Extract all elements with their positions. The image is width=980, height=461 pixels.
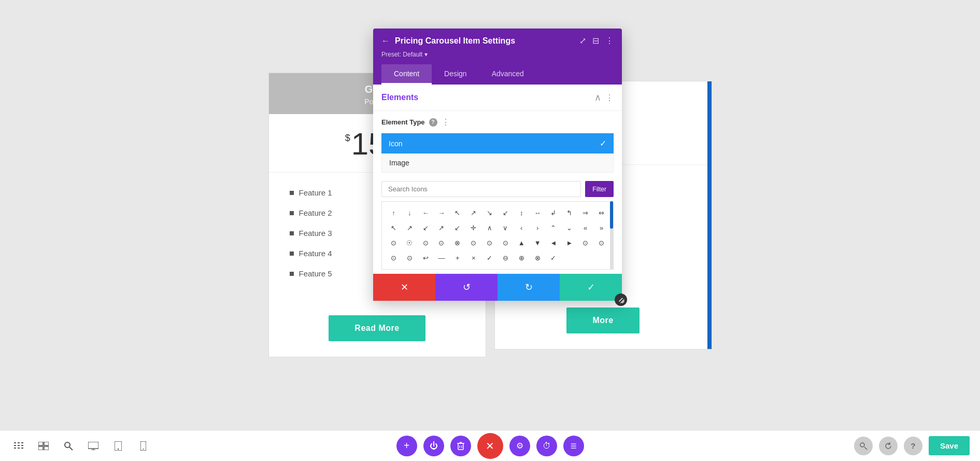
icon-angle-right[interactable]: ›	[530, 221, 545, 235]
help-toolbar-icon[interactable]: ?	[904, 437, 922, 455]
icon-arrow-down[interactable]: ↓	[402, 206, 417, 220]
icon-circle-check[interactable]: ☉	[402, 236, 417, 250]
icon-corner-dl[interactable]: ↲	[546, 206, 561, 220]
expand-icon[interactable]: ⤢	[579, 36, 586, 46]
mobile-icon[interactable]	[135, 438, 151, 454]
desktop-icon[interactable]	[85, 438, 102, 454]
icon-circle-fast[interactable]: ⊙	[466, 236, 481, 250]
icon-arrow-left[interactable]: ←	[418, 206, 433, 220]
icon-triangle-left[interactable]: ◄	[546, 236, 561, 250]
icon-arrow-nw2[interactable]: ↖	[386, 221, 401, 235]
icon-play-down[interactable]: ⊙	[594, 236, 609, 250]
tab-content[interactable]: Content	[381, 64, 432, 85]
history-button[interactable]: ⏱	[536, 436, 557, 456]
preset-label[interactable]: Preset: Default	[381, 51, 422, 58]
search-input[interactable]	[381, 181, 581, 197]
icon-double-right2[interactable]: »	[594, 221, 609, 235]
icon-resize-sw[interactable]: ↙	[450, 221, 465, 235]
icon-times[interactable]: ×	[466, 251, 481, 265]
read-more-button-second[interactable]: More	[566, 308, 639, 333]
icon-undo[interactable]: ↩	[418, 251, 433, 265]
icon-arrow-ne[interactable]: ↗	[466, 206, 481, 220]
undo-button[interactable]: ↺	[435, 274, 498, 301]
icon-double-lr[interactable]: ⇔	[594, 206, 609, 220]
icon-arrows-h[interactable]: ↔	[530, 206, 545, 220]
svg-rect-12	[44, 442, 49, 445]
tablet-icon[interactable]	[110, 438, 126, 454]
redo-button[interactable]: ↻	[498, 274, 560, 301]
icon-double-left[interactable]: «	[578, 221, 593, 235]
icon-circle-slow[interactable]: ⊙	[482, 236, 497, 250]
icon-angle-up[interactable]: ⌃	[546, 221, 561, 235]
columns-button[interactable]: ≣	[563, 436, 584, 456]
read-more-button[interactable]: Read More	[329, 315, 425, 341]
section-more-icon[interactable]: ⋮	[605, 93, 614, 103]
icon-arrows-v[interactable]: ↕	[514, 206, 529, 220]
more-options-icon[interactable]: ⋮	[605, 36, 614, 46]
icon-arrow-se[interactable]: ↘	[482, 206, 497, 220]
icon-circle-x[interactable]: ⊗	[450, 236, 465, 250]
icon-arrow-sw2[interactable]: ↙	[418, 221, 433, 235]
feature-label: Feature 2	[299, 208, 332, 217]
icon-arrow-sw[interactable]: ↙	[498, 206, 513, 220]
price-dollar-gold: $	[345, 133, 350, 144]
search-right-icon[interactable]	[854, 437, 873, 455]
delete-button[interactable]	[450, 436, 471, 456]
icon-arrow-right[interactable]: →	[434, 206, 449, 220]
icon-arrow-up[interactable]: ↑	[386, 206, 401, 220]
icon-circle-all[interactable]: ⊙	[498, 236, 513, 250]
icon-times-circle[interactable]: ⊗	[530, 251, 545, 265]
cancel-button[interactable]: ✕	[373, 274, 435, 301]
layout-icon[interactable]	[35, 438, 52, 454]
refresh-icon[interactable]	[879, 437, 898, 455]
icon-circle-up[interactable]: ⊙	[386, 236, 401, 250]
icon-check-circle[interactable]: ✓	[546, 251, 561, 265]
svg-point-23	[143, 449, 144, 450]
svg-rect-11	[38, 442, 43, 445]
row-options-icon[interactable]: ⋮	[442, 117, 450, 127]
confirm-button[interactable]: ✓	[560, 274, 622, 301]
icon-caret-up[interactable]: ∧	[482, 221, 497, 235]
tab-design[interactable]: Design	[432, 64, 479, 85]
close-button[interactable]: ✕	[477, 433, 503, 459]
icon-move[interactable]: ✛	[466, 221, 481, 235]
icon-resize-ne[interactable]: ↗	[434, 221, 449, 235]
icon-dash[interactable]: —	[434, 251, 449, 265]
icon-triangle-up[interactable]: ▲	[514, 236, 529, 250]
resize-handle[interactable]	[615, 294, 627, 306]
icon-triangle-right[interactable]: ►	[562, 236, 577, 250]
grid-dots-icon[interactable]	[10, 438, 27, 454]
icon-arrow-ne2[interactable]: ↗	[402, 221, 417, 235]
icon-plus-circle[interactable]: ⊕	[514, 251, 529, 265]
save-button[interactable]: Save	[929, 436, 970, 455]
add-button[interactable]: +	[396, 436, 417, 456]
icon-angle-down[interactable]: ⌄	[562, 221, 577, 235]
help-icon[interactable]: ?	[429, 118, 437, 127]
icon-arrow-nw[interactable]: ↖	[450, 206, 465, 220]
icon-minus-circle[interactable]: ⊖	[498, 251, 513, 265]
icon-double-right[interactable]: ⇒	[578, 206, 593, 220]
tab-advanced[interactable]: Advanced	[479, 64, 536, 85]
icon-play-up[interactable]: ⊙	[578, 236, 593, 250]
icon-triangle-down[interactable]: ▼	[530, 236, 545, 250]
icon-plus[interactable]: +	[450, 251, 465, 265]
icon-caret-left[interactable]: ‹	[514, 221, 529, 235]
icon-circle-left[interactable]: ⊙	[418, 236, 433, 250]
dropdown-option-image[interactable]: Image	[381, 153, 614, 173]
panel-header: ← Pricing Carousel Item Settings ⤢ ⊟ ⋮ P…	[373, 29, 622, 85]
collapse-icon[interactable]: ∧	[594, 92, 601, 103]
filter-button[interactable]: Filter	[585, 181, 614, 197]
dropdown-selected-option[interactable]: Icon ✓	[381, 133, 614, 153]
settings-button[interactable]: ⚙	[509, 436, 530, 456]
layout-icon[interactable]: ⊟	[592, 36, 599, 46]
icon-corner-ul[interactable]: ↰	[562, 206, 577, 220]
icon-caret-down[interactable]: ∨	[498, 221, 513, 235]
icon-play-circle[interactable]: ⊙	[386, 251, 401, 265]
power-button[interactable]: ⏻	[423, 436, 444, 456]
search-toolbar-icon[interactable]	[60, 438, 77, 454]
back-icon[interactable]: ←	[381, 36, 390, 46]
icon-circle-right[interactable]: ⊙	[434, 236, 449, 250]
confirm-icon: ✓	[587, 282, 595, 293]
icon-play[interactable]: ⊙	[402, 251, 417, 265]
icon-check[interactable]: ✓	[482, 251, 497, 265]
